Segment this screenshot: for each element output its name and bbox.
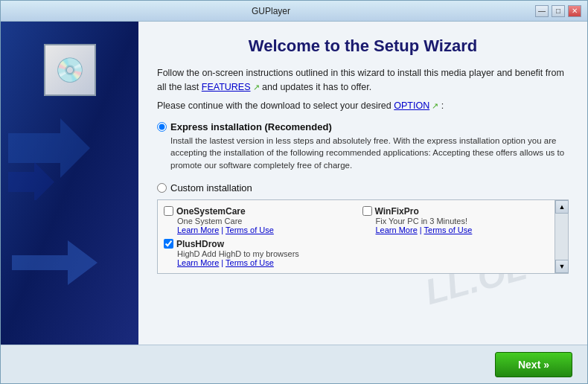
logo-icon: 💿 <box>55 56 85 84</box>
sidebar-logo: 💿 <box>44 44 96 96</box>
wizard-title: Welcome to the Setup Wizard <box>157 36 569 56</box>
maximize-button[interactable]: □ <box>552 5 565 17</box>
onesystemcare-name: OneSystemCare <box>176 206 246 217</box>
items-grid: OneSystemCare One System Care Learn More… <box>164 206 562 267</box>
onesystemcare-checkbox[interactable] <box>164 206 173 216</box>
main-window: GUPlayer — □ ✕ 💿 LL.OL <box>0 0 588 384</box>
window-controls: — □ ✕ <box>535 5 581 17</box>
onesystemcare-row: OneSystemCare <box>164 206 348 217</box>
custom-radio-label[interactable]: Custom installation <box>157 182 569 193</box>
option-link[interactable]: OPTION <box>394 100 429 111</box>
winfixpro-name: WinFixPro <box>375 206 419 217</box>
window-title: GUPlayer <box>7 6 535 16</box>
intro-text-2: and updates it has to offer. <box>260 82 372 92</box>
plushdrow-name: PlusHDrow <box>176 239 224 249</box>
onesystemcare-learn-more[interactable]: Learn More <box>177 225 219 234</box>
intro-paragraph: Follow the on-screen instructions outlin… <box>157 66 569 95</box>
custom-label-text: Custom installation <box>170 182 252 193</box>
svg-marker-0 <box>8 118 90 178</box>
winfixpro-terms[interactable]: Terms of Use <box>424 225 473 234</box>
custom-install-section: Custom installation OneSystemCare One Sy… <box>157 182 569 274</box>
features-arrow-icon: ↗ <box>251 83 260 92</box>
sidebar-arrow2 <box>12 240 101 300</box>
list-item: PlusHDrow HighD Add HighD to my browsers… <box>164 239 348 267</box>
onesystemcare-terms[interactable]: Terms of Use <box>226 225 274 234</box>
plushdrow-checkbox[interactable] <box>164 239 173 249</box>
onesystemcare-links: Learn More | Terms of Use <box>177 225 348 234</box>
svg-marker-1 <box>8 162 54 201</box>
plushdrow-row: PlusHDrow <box>164 239 348 249</box>
logo-box: 💿 <box>44 44 96 96</box>
plushdrow-desc: HighD Add HighD to my browsers <box>177 249 348 258</box>
sidebar: 💿 <box>1 22 138 345</box>
option-line: Please continue with the download to sel… <box>157 100 569 111</box>
option-prefix: Please continue with the download to sel… <box>157 100 394 111</box>
bottom-bar: Next » <box>1 345 587 383</box>
plushdrow-learn-more[interactable]: Learn More <box>177 258 219 267</box>
features-link[interactable]: FEATURES <box>202 82 251 92</box>
express-radio-label[interactable]: Express installation (Recomended) <box>157 121 569 132</box>
list-item: WinFixPro Fix Your PC in 3 Minutes! Lear… <box>362 206 546 234</box>
express-label-text: Express installation (Recomended) <box>170 121 332 132</box>
close-button[interactable]: ✕ <box>568 5 581 17</box>
express-radio[interactable] <box>157 122 167 132</box>
content-area: 💿 LL.OL Welcome to the Setup Wizard Foll… <box>1 22 587 345</box>
minimize-button[interactable]: — <box>535 5 549 17</box>
winfixpro-links: Learn More | Terms of Use <box>376 225 546 234</box>
plushdrow-terms[interactable]: Terms of Use <box>226 258 274 267</box>
winfixpro-checkbox[interactable] <box>362 206 372 216</box>
custom-items-container: OneSystemCare One System Care Learn More… <box>157 199 569 274</box>
main-panel: LL.OL Welcome to the Setup Wizard Follow… <box>138 22 587 345</box>
onesystemcare-desc: One System Care <box>177 217 348 225</box>
winfixpro-learn-more[interactable]: Learn More <box>376 225 418 234</box>
scroll-up-button[interactable]: ▲ <box>555 200 569 214</box>
express-desc: Install the lastest version in less step… <box>170 135 569 172</box>
title-bar: GUPlayer — □ ✕ <box>1 1 587 22</box>
winfixpro-row: WinFixPro <box>362 206 546 217</box>
winfixpro-desc: Fix Your PC in 3 Minutes! <box>376 217 546 225</box>
scrollbar: ▲ ▼ <box>555 200 568 273</box>
next-button[interactable]: Next » <box>495 352 572 377</box>
svg-marker-2 <box>12 240 98 285</box>
option-suffix: : <box>438 100 444 111</box>
custom-radio[interactable] <box>157 183 167 193</box>
list-item: OneSystemCare One System Care Learn More… <box>164 206 348 234</box>
scroll-down-button[interactable]: ▼ <box>555 260 569 273</box>
option-arrow-icon: ↗ <box>429 101 438 110</box>
sidebar-decoration <box>8 111 98 200</box>
plushdrow-links: Learn More | Terms of Use <box>177 258 348 267</box>
express-install-section: Express installation (Recomended) Instal… <box>157 121 569 178</box>
